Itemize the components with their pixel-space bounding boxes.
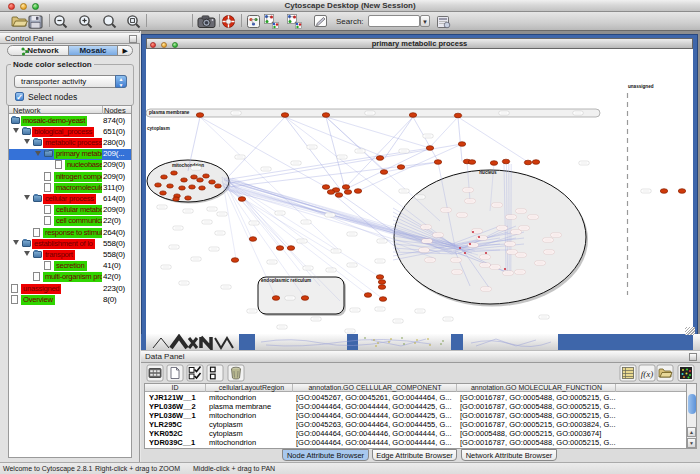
- svg-text:plasma membrane: plasma membrane: [149, 110, 190, 115]
- svg-text:nucleus: nucleus: [479, 170, 497, 175]
- svg-text:cytoplasm: cytoplasm: [147, 126, 170, 131]
- svg-text:unassigned: unassigned: [628, 84, 654, 89]
- svg-text:f(x): f(x): [641, 369, 654, 379]
